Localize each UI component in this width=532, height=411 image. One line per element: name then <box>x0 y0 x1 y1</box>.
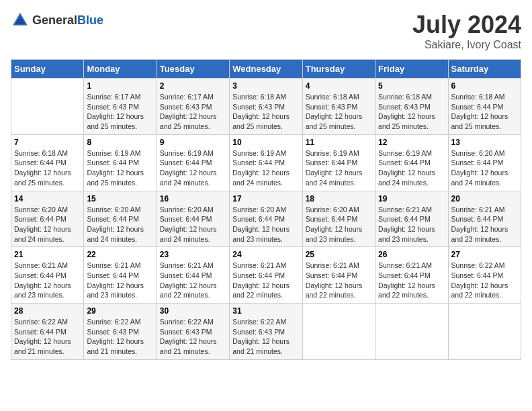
calendar-cell: 13Sunrise: 6:20 AM Sunset: 6:44 PM Dayli… <box>448 134 521 191</box>
calendar-week-row: 28Sunrise: 6:22 AM Sunset: 6:44 PM Dayli… <box>11 304 521 360</box>
day-number: 26 <box>378 250 445 259</box>
day-of-week-header: Sunday <box>11 60 84 79</box>
day-detail: Sunrise: 6:22 AM Sunset: 6:43 PM Dayligh… <box>232 317 299 357</box>
calendar-cell: 26Sunrise: 6:21 AM Sunset: 6:44 PM Dayli… <box>375 247 448 304</box>
calendar-cell: 30Sunrise: 6:22 AM Sunset: 6:43 PM Dayli… <box>157 304 229 360</box>
day-number: 9 <box>160 138 226 147</box>
day-detail: Sunrise: 6:22 AM Sunset: 6:44 PM Dayligh… <box>14 317 81 357</box>
day-number: 21 <box>14 250 81 259</box>
calendar-cell: 16Sunrise: 6:20 AM Sunset: 6:44 PM Dayli… <box>157 191 229 247</box>
calendar-cell: 28Sunrise: 6:22 AM Sunset: 6:44 PM Dayli… <box>11 304 84 360</box>
day-number: 8 <box>87 138 153 147</box>
day-detail: Sunrise: 6:18 AM Sunset: 6:43 PM Dayligh… <box>378 92 445 132</box>
calendar-cell <box>302 304 375 360</box>
day-detail: Sunrise: 6:21 AM Sunset: 6:44 PM Dayligh… <box>378 205 445 244</box>
day-number: 1 <box>87 81 153 91</box>
day-of-week-header: Monday <box>84 60 157 79</box>
day-number: 22 <box>87 250 153 259</box>
day-number: 24 <box>232 250 299 259</box>
day-detail: Sunrise: 6:20 AM Sunset: 6:44 PM Dayligh… <box>87 205 153 244</box>
calendar-cell: 10Sunrise: 6:19 AM Sunset: 6:44 PM Dayli… <box>230 134 302 191</box>
day-detail: Sunrise: 6:22 AM Sunset: 6:43 PM Dayligh… <box>160 317 226 357</box>
calendar-cell <box>11 79 84 135</box>
day-number: 30 <box>160 306 226 316</box>
month-year-title: July 2024 <box>412 11 521 39</box>
day-detail: Sunrise: 6:21 AM Sunset: 6:44 PM Dayligh… <box>87 261 153 300</box>
calendar-cell: 20Sunrise: 6:21 AM Sunset: 6:44 PM Dayli… <box>448 191 521 247</box>
day-number: 15 <box>87 194 153 203</box>
calendar-cell: 22Sunrise: 6:21 AM Sunset: 6:44 PM Dayli… <box>84 247 157 304</box>
day-number: 11 <box>306 138 372 147</box>
day-number: 6 <box>451 81 518 91</box>
calendar-week-row: 21Sunrise: 6:21 AM Sunset: 6:44 PM Dayli… <box>11 247 521 304</box>
calendar-cell <box>448 304 521 360</box>
calendar-cell: 14Sunrise: 6:20 AM Sunset: 6:44 PM Dayli… <box>11 191 84 247</box>
day-number: 17 <box>232 194 299 203</box>
calendar-cell: 3Sunrise: 6:18 AM Sunset: 6:43 PM Daylig… <box>230 79 302 135</box>
day-detail: Sunrise: 6:22 AM Sunset: 6:44 PM Dayligh… <box>451 261 518 300</box>
calendar-body: 1Sunrise: 6:17 AM Sunset: 6:43 PM Daylig… <box>11 79 521 360</box>
calendar-cell: 15Sunrise: 6:20 AM Sunset: 6:44 PM Dayli… <box>84 191 157 247</box>
day-detail: Sunrise: 6:20 AM Sunset: 6:44 PM Dayligh… <box>232 205 299 244</box>
day-number: 16 <box>160 194 226 203</box>
calendar-cell: 1Sunrise: 6:17 AM Sunset: 6:43 PM Daylig… <box>84 79 157 135</box>
day-detail: Sunrise: 6:19 AM Sunset: 6:44 PM Dayligh… <box>306 148 372 188</box>
day-number: 5 <box>378 81 445 91</box>
calendar-cell: 29Sunrise: 6:22 AM Sunset: 6:43 PM Dayli… <box>84 304 157 360</box>
day-number: 31 <box>232 306 299 316</box>
calendar-cell: 2Sunrise: 6:17 AM Sunset: 6:43 PM Daylig… <box>157 79 229 135</box>
day-detail: Sunrise: 6:19 AM Sunset: 6:44 PM Dayligh… <box>378 148 445 188</box>
calendar-cell: 19Sunrise: 6:21 AM Sunset: 6:44 PM Dayli… <box>375 191 448 247</box>
day-detail: Sunrise: 6:21 AM Sunset: 6:44 PM Dayligh… <box>232 261 299 300</box>
calendar-cell: 12Sunrise: 6:19 AM Sunset: 6:44 PM Dayli… <box>375 134 448 191</box>
day-number: 25 <box>306 250 372 259</box>
calendar-cell: 31Sunrise: 6:22 AM Sunset: 6:43 PM Dayli… <box>230 304 302 360</box>
day-detail: Sunrise: 6:21 AM Sunset: 6:44 PM Dayligh… <box>378 261 445 300</box>
calendar-table: SundayMondayTuesdayWednesdayThursdayFrid… <box>11 59 521 360</box>
day-detail: Sunrise: 6:19 AM Sunset: 6:44 PM Dayligh… <box>87 148 153 188</box>
day-detail: Sunrise: 6:18 AM Sunset: 6:43 PM Dayligh… <box>232 92 299 132</box>
day-detail: Sunrise: 6:21 AM Sunset: 6:44 PM Dayligh… <box>160 261 226 300</box>
day-detail: Sunrise: 6:18 AM Sunset: 6:44 PM Dayligh… <box>14 148 81 188</box>
day-detail: Sunrise: 6:18 AM Sunset: 6:44 PM Dayligh… <box>451 92 518 132</box>
day-detail: Sunrise: 6:20 AM Sunset: 6:44 PM Dayligh… <box>14 205 81 244</box>
calendar-cell: 8Sunrise: 6:19 AM Sunset: 6:44 PM Daylig… <box>84 134 157 191</box>
logo-text-general: General <box>32 13 77 27</box>
calendar-cell: 5Sunrise: 6:18 AM Sunset: 6:43 PM Daylig… <box>375 79 448 135</box>
calendar-week-row: 7Sunrise: 6:18 AM Sunset: 6:44 PM Daylig… <box>11 134 521 191</box>
day-detail: Sunrise: 6:19 AM Sunset: 6:44 PM Dayligh… <box>232 148 299 188</box>
day-number: 14 <box>14 194 81 203</box>
calendar-cell: 24Sunrise: 6:21 AM Sunset: 6:44 PM Dayli… <box>230 247 302 304</box>
day-number: 4 <box>306 81 372 91</box>
title-block: July 2024 Sakiare, Ivory Coast <box>412 11 521 51</box>
day-detail: Sunrise: 6:17 AM Sunset: 6:43 PM Dayligh… <box>87 92 153 132</box>
logo-icon <box>11 11 30 30</box>
day-detail: Sunrise: 6:21 AM Sunset: 6:44 PM Dayligh… <box>14 261 81 300</box>
calendar-cell: 25Sunrise: 6:21 AM Sunset: 6:44 PM Dayli… <box>302 247 375 304</box>
day-number: 23 <box>160 250 226 259</box>
calendar-cell: 9Sunrise: 6:19 AM Sunset: 6:44 PM Daylig… <box>157 134 229 191</box>
calendar-cell <box>375 304 448 360</box>
day-number: 20 <box>451 194 518 203</box>
day-detail: Sunrise: 6:21 AM Sunset: 6:44 PM Dayligh… <box>306 261 372 300</box>
calendar-cell: 6Sunrise: 6:18 AM Sunset: 6:44 PM Daylig… <box>448 79 521 135</box>
day-number: 10 <box>232 138 299 147</box>
day-detail: Sunrise: 6:18 AM Sunset: 6:43 PM Dayligh… <box>306 92 372 132</box>
day-number: 27 <box>451 250 518 259</box>
day-detail: Sunrise: 6:21 AM Sunset: 6:44 PM Dayligh… <box>451 205 518 244</box>
calendar-week-row: 14Sunrise: 6:20 AM Sunset: 6:44 PM Dayli… <box>11 191 521 247</box>
day-number: 7 <box>14 138 81 147</box>
day-number: 13 <box>451 138 518 147</box>
day-detail: Sunrise: 6:19 AM Sunset: 6:44 PM Dayligh… <box>160 148 226 188</box>
day-detail: Sunrise: 6:22 AM Sunset: 6:43 PM Dayligh… <box>87 317 153 357</box>
calendar-cell: 18Sunrise: 6:20 AM Sunset: 6:44 PM Dayli… <box>302 191 375 247</box>
day-of-week-header: Tuesday <box>157 60 229 79</box>
logo: GeneralBlue <box>11 11 103 30</box>
calendar-cell: 17Sunrise: 6:20 AM Sunset: 6:44 PM Dayli… <box>230 191 302 247</box>
day-of-week-header: Friday <box>375 60 448 79</box>
day-detail: Sunrise: 6:20 AM Sunset: 6:44 PM Dayligh… <box>306 205 372 244</box>
day-number: 18 <box>306 194 372 203</box>
day-number: 2 <box>160 81 226 91</box>
location-subtitle: Sakiare, Ivory Coast <box>412 39 521 51</box>
day-number: 12 <box>378 138 445 147</box>
